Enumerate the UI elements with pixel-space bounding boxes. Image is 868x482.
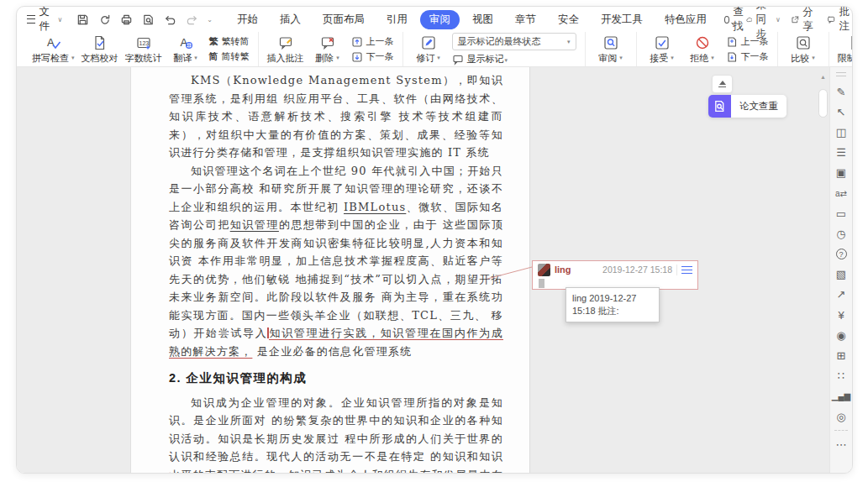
track-changes-button[interactable]: 修订 [408,33,449,66]
proofread-button[interactable]: 文档校对 [78,33,122,66]
file-menu-button[interactable]: 文件 ∨ [27,6,62,34]
markup-state-select[interactable]: 显示标记的最终状态 ▾ [452,33,576,50]
insert-comment-button[interactable]: 插入批注 [264,33,308,66]
redo-button[interactable] [185,13,199,27]
tab-review[interactable]: 审阅 [420,10,460,29]
trad-char-icon: 繁 [209,35,218,48]
tab-special-apps[interactable]: 特色应用 [655,10,716,29]
share-icon [791,13,799,26]
translate-label: 翻译 [173,52,197,65]
reject-button[interactable]: 拒绝 [682,33,723,66]
prev-comment-icon [351,36,363,48]
comment-content-selection[interactable] [539,279,544,288]
convert-stack: 繁 繁转简 简 简转繁 [206,35,253,63]
comment-card[interactable]: ling 2019-12-27 15:18 [532,260,698,290]
word-count-label: 字数统计 [125,52,162,65]
reject-label: 拒绝 [690,52,714,65]
prev-change-button[interactable]: 上一条 [726,35,769,48]
accept-button[interactable]: 接受 [642,33,682,66]
prev-comment-button[interactable]: 上一条 [351,35,394,48]
tab-home[interactable]: 开始 [228,10,267,29]
delete-comment-icon [319,34,336,51]
apps-icon[interactable]: ∷ [832,366,850,386]
export-button[interactable] [97,13,112,27]
next-change-button[interactable]: 下一条 [726,50,769,63]
word-count-button[interactable]: 123 字数统计 [122,33,166,66]
document-canvas: KMS（Knowledge Management System），即知识管理系统… [17,67,852,473]
eject-icon-bar [718,86,726,87]
trad-to-simp-button[interactable]: 繁 繁转简 [209,35,250,48]
save-button[interactable] [76,13,90,27]
print-button[interactable] [119,13,134,27]
tab-view[interactable]: 视图 [463,10,502,29]
vertical-scrollbar[interactable]: ▲ [818,67,829,473]
next-comment-button[interactable]: 下一条 [351,50,394,63]
chart-icon[interactable]: ▁▄▆ [832,386,850,406]
track-changes-icon [420,34,437,51]
customize-quickbar-icon[interactable]: ⌄ [207,16,213,24]
pen-icon[interactable]: ✎ [832,81,850,102]
scrollbar-thumb[interactable] [818,89,828,118]
collapse-panel-button[interactable] [712,75,733,93]
hamburger-icon [27,15,35,24]
shapes-icon[interactable]: ◫ [832,122,850,142]
image-icon[interactable]: ▧ [832,265,850,285]
tab-page-layout[interactable]: 页面布局 [313,10,374,29]
share-label: 分享 [802,6,817,34]
restrict-editing-button[interactable]: 限制编辑 [834,33,853,66]
select-cursor-icon[interactable]: ↖ [832,102,850,122]
share-button[interactable]: 分享 [791,6,818,34]
delete-comment-button[interactable]: 删除 [308,33,348,66]
sidebar-handle-icon[interactable] [836,72,846,76]
tab-references[interactable]: 引用 [377,10,417,29]
coin-icon[interactable]: ¥ [832,305,850,325]
comment-mode-button[interactable]: 批注 ∨ [827,6,853,34]
image-gallery-icon[interactable]: ▣ [832,163,850,183]
simp-to-trad-button[interactable]: 简 简转繁 [209,50,250,63]
archive-box-icon[interactable]: ▭ [832,203,850,223]
simp-to-trad-label: 简转繁 [222,50,250,63]
cloud-icon [746,13,753,26]
svg-text:A: A [47,36,55,49]
seal-icon[interactable]: ◉ [832,325,850,345]
export-icon[interactable]: ↗ [832,285,850,305]
help-icon[interactable]: ? [832,244,850,265]
compare-button[interactable]: 比较 [783,33,823,66]
trad-to-simp-label: 繁转简 [222,35,250,48]
sliders-icon[interactable]: ☰ [832,143,850,163]
comment-header-divider [676,265,677,275]
prev-comment-label: 上一条 [366,35,394,48]
heading-section-2[interactable]: 2. 企业知识管理的构成 [169,369,503,388]
paragraph-km-object[interactable]: 知识成为企业管理的对象。企业知识管理所指的对象是知识。是企业所面对 的纷繁复杂的… [169,394,503,474]
scroll-up-arrow[interactable]: ▲ [820,74,826,80]
badge-icon[interactable]: ◎ [832,406,850,427]
translate-button[interactable]: A 翻译 [166,33,206,66]
tab-insert[interactable]: 插入 [271,10,310,29]
table-icon[interactable]: ⊞ [832,345,850,365]
change-nav-stack: 上一条 下一条 [723,35,772,63]
spellcheck-button[interactable]: A 拼写检查 [29,33,78,66]
paper-check-label: 论文查重 [731,95,786,118]
spellcheck-icon: A [45,34,61,51]
tab-dev-tools[interactable]: 开发工具 [592,10,652,29]
find-button[interactable]: 查找 [724,6,746,34]
paper-check-button[interactable]: 论文查重 [708,95,786,118]
sidebar-divider [834,430,848,431]
tab-section[interactable]: 章节 [506,10,545,29]
paragraph-kms[interactable]: KMS（Knowledge Management System），即知识管理系统… [169,71,503,162]
show-markup-button[interactable]: 显示标记 [452,53,576,65]
menu-tabs: 开始 插入 页面布局 引用 审阅 视图 章节 安全 开发工具 特色应用 [228,10,716,29]
review-button[interactable]: 审阅 [591,33,631,66]
history-icon[interactable]: ◷ [832,223,850,244]
translate-icon[interactable]: a⇄ [832,183,850,203]
compare-icon [795,34,812,51]
comment-menu-icon[interactable] [681,266,692,274]
paragraph-km-history[interactable]: 知识管理这个名词在上个世纪 90 年代就引入中国；开始只是一小部分高校 和研究所… [169,162,503,361]
undo-button[interactable] [163,13,177,27]
print-preview-button[interactable] [141,13,155,27]
tab-security[interactable]: 安全 [549,10,588,29]
more-icon[interactable]: ⋯ [832,434,850,454]
eject-icon [719,81,726,85]
document-page[interactable]: KMS（Knowledge Management System），即知识管理系统… [130,67,530,473]
word-count-icon: 123 [135,34,152,51]
